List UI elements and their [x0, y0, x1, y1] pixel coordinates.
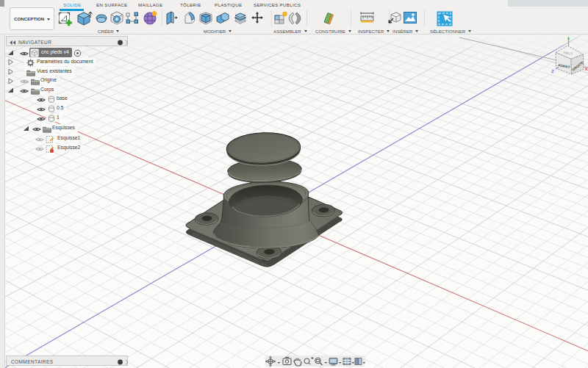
svg-text:Z: Z	[551, 68, 554, 73]
svg-text:X: X	[585, 66, 588, 71]
